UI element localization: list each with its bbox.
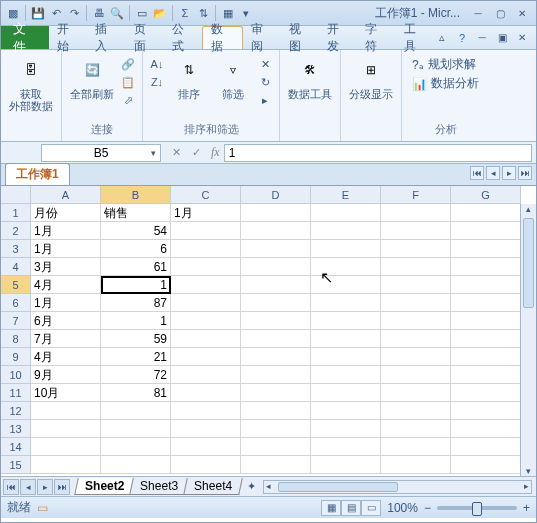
col-header-F[interactable]: F bbox=[381, 186, 451, 204]
cell-F9[interactable] bbox=[381, 348, 451, 366]
refresh-all-button[interactable]: 🔄全部刷新 bbox=[68, 52, 116, 102]
cell-A4[interactable]: 3月 bbox=[31, 258, 101, 276]
cell-D6[interactable] bbox=[241, 294, 311, 312]
cell-E12[interactable] bbox=[311, 402, 381, 420]
cell-C15[interactable] bbox=[171, 456, 241, 474]
name-box[interactable]: B5 bbox=[41, 144, 161, 162]
cell-B10[interactable]: 72 bbox=[101, 366, 171, 384]
sheet-nav-first[interactable]: ⏮ bbox=[3, 479, 19, 495]
cell-D9[interactable] bbox=[241, 348, 311, 366]
col-header-A[interactable]: A bbox=[31, 186, 101, 204]
cell-E2[interactable] bbox=[311, 222, 381, 240]
row-header-14[interactable]: 14 bbox=[1, 438, 31, 456]
cell-C11[interactable] bbox=[171, 384, 241, 402]
cell-C2[interactable] bbox=[171, 222, 241, 240]
border-icon[interactable]: ▦ bbox=[220, 5, 236, 21]
cell-A6[interactable]: 1月 bbox=[31, 294, 101, 312]
cell-B11[interactable]: 81 bbox=[101, 384, 171, 402]
data-tools-button[interactable]: 🛠数据工具 bbox=[286, 52, 334, 102]
formula-bar[interactable]: 1 bbox=[224, 144, 532, 162]
fx-icon[interactable]: fx bbox=[211, 145, 220, 160]
get-external-data-button[interactable]: 🗄获取 外部数据 bbox=[7, 52, 55, 114]
cell-F6[interactable] bbox=[381, 294, 451, 312]
horizontal-scroll-thumb[interactable] bbox=[278, 482, 398, 492]
row-header-2[interactable]: 2 bbox=[1, 222, 31, 240]
cell-B8[interactable]: 59 bbox=[101, 330, 171, 348]
cell-F12[interactable] bbox=[381, 402, 451, 420]
cell-A9[interactable]: 4月 bbox=[31, 348, 101, 366]
cell-D11[interactable] bbox=[241, 384, 311, 402]
sort-asc-icon[interactable]: A↓ bbox=[149, 56, 165, 72]
sheet-nav-last[interactable]: ⏭ bbox=[54, 479, 70, 495]
sheet-nav-next[interactable]: ▸ bbox=[37, 479, 53, 495]
cell-A11[interactable]: 10月 bbox=[31, 384, 101, 402]
cell-G10[interactable] bbox=[451, 366, 521, 384]
new-icon[interactable]: ▭ bbox=[134, 5, 150, 21]
data-analysis-button[interactable]: 📊数据分析 bbox=[412, 75, 479, 92]
row-header-12[interactable]: 12 bbox=[1, 402, 31, 420]
cell-A5[interactable]: 4月 bbox=[31, 276, 101, 294]
cell-A2[interactable]: 1月 bbox=[31, 222, 101, 240]
cell-C7[interactable] bbox=[171, 312, 241, 330]
cell-D2[interactable] bbox=[241, 222, 311, 240]
cell-D15[interactable] bbox=[241, 456, 311, 474]
sheet-tab-Sheet4[interactable]: Sheet4 bbox=[184, 478, 244, 495]
cell-D5[interactable] bbox=[241, 276, 311, 294]
col-header-E[interactable]: E bbox=[311, 186, 381, 204]
row-header-8[interactable]: 8 bbox=[1, 330, 31, 348]
cell-E3[interactable] bbox=[311, 240, 381, 258]
tab-nav-prev[interactable]: ◂ bbox=[486, 166, 500, 180]
cell-F11[interactable] bbox=[381, 384, 451, 402]
sort-button[interactable]: ⇅排序 bbox=[169, 52, 209, 102]
print-icon[interactable]: 🖶 bbox=[91, 5, 107, 21]
vertical-scrollbar[interactable] bbox=[520, 204, 536, 476]
cell-A15[interactable] bbox=[31, 456, 101, 474]
sheet-tab-Sheet3[interactable]: Sheet3 bbox=[130, 478, 190, 495]
cell-F2[interactable] bbox=[381, 222, 451, 240]
close-button[interactable]: ✕ bbox=[514, 6, 530, 20]
menu-tab-开发[interactable]: 开发 bbox=[319, 26, 357, 49]
cell-G9[interactable] bbox=[451, 348, 521, 366]
cell-G15[interactable] bbox=[451, 456, 521, 474]
cell-A10[interactable]: 9月 bbox=[31, 366, 101, 384]
cell-F4[interactable] bbox=[381, 258, 451, 276]
cell-B15[interactable] bbox=[101, 456, 171, 474]
cell-A13[interactable] bbox=[31, 420, 101, 438]
cell-B14[interactable] bbox=[101, 438, 171, 456]
zoom-level[interactable]: 100% bbox=[387, 501, 418, 515]
row-header-3[interactable]: 3 bbox=[1, 240, 31, 258]
cell-B3[interactable]: 6 bbox=[101, 240, 171, 258]
sort-icon[interactable]: ⇅ bbox=[195, 5, 211, 21]
cell-A8[interactable]: 7月 bbox=[31, 330, 101, 348]
menu-tab-公式[interactable]: 公式 bbox=[164, 26, 202, 49]
cell-D7[interactable] bbox=[241, 312, 311, 330]
cell-E8[interactable] bbox=[311, 330, 381, 348]
sheet-tab-Sheet2[interactable]: Sheet2 bbox=[74, 478, 135, 495]
maximize-button[interactable]: ▢ bbox=[492, 6, 508, 20]
cell-B7[interactable]: 1 bbox=[101, 312, 171, 330]
cell-E7[interactable] bbox=[311, 312, 381, 330]
cell-C4[interactable] bbox=[171, 258, 241, 276]
help-icon[interactable]: ? bbox=[454, 30, 470, 46]
cell-A3[interactable]: 1月 bbox=[31, 240, 101, 258]
open-icon[interactable]: 📂 bbox=[152, 5, 168, 21]
cell-A1[interactable]: 月份 bbox=[31, 204, 101, 222]
cell-E6[interactable] bbox=[311, 294, 381, 312]
edit-links-icon[interactable]: ⬀ bbox=[120, 92, 136, 108]
cell-C10[interactable] bbox=[171, 366, 241, 384]
tab-nav-last[interactable]: ⏭ bbox=[518, 166, 532, 180]
menu-tab-视图[interactable]: 视图 bbox=[281, 26, 319, 49]
minimize-button[interactable]: ─ bbox=[470, 6, 486, 20]
row-header-6[interactable]: 6 bbox=[1, 294, 31, 312]
cell-F14[interactable] bbox=[381, 438, 451, 456]
cell-A7[interactable]: 6月 bbox=[31, 312, 101, 330]
cell-G2[interactable] bbox=[451, 222, 521, 240]
cell-B4[interactable]: 61 bbox=[101, 258, 171, 276]
cell-C3[interactable] bbox=[171, 240, 241, 258]
cell-E5[interactable] bbox=[311, 276, 381, 294]
col-header-D[interactable]: D bbox=[241, 186, 311, 204]
cell-D4[interactable] bbox=[241, 258, 311, 276]
cell-C1[interactable]: 1月 bbox=[171, 204, 241, 222]
cell-B2[interactable]: 54 bbox=[101, 222, 171, 240]
sort-desc-icon[interactable]: Z↓ bbox=[149, 74, 165, 90]
